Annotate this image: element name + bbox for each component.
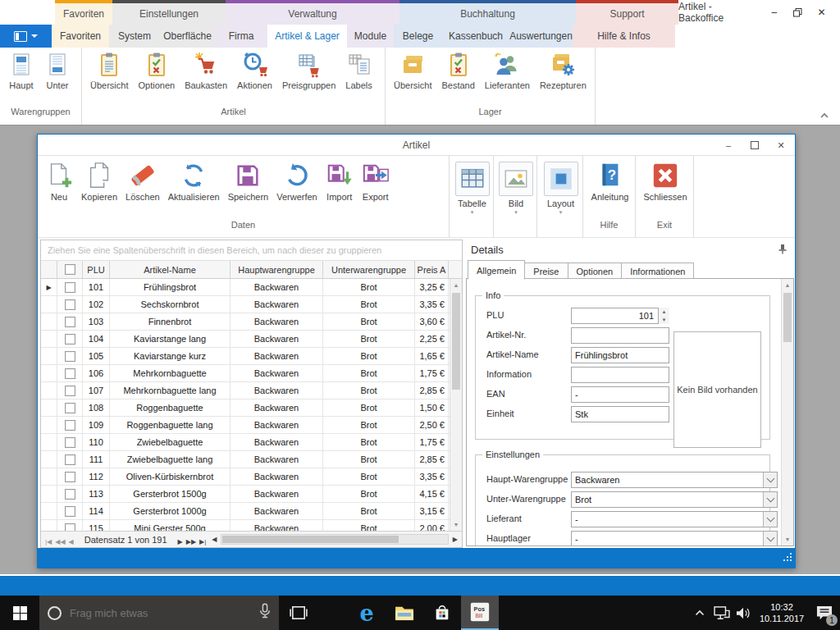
resize-grip[interactable] (783, 550, 792, 565)
table-row[interactable]: 106MehrkornbaguetteBackwarenBrot1,75 € (41, 365, 450, 382)
dropdown-hauptlager[interactable]: - (571, 531, 778, 546)
table-row[interactable]: 113Gersterbrot 1500gBackwarenBrot4,15 € (41, 486, 450, 503)
prev-record-icon[interactable]: ◀ (67, 538, 75, 546)
checkbox[interactable] (65, 454, 75, 465)
grid-column-header-unterwarengruppe[interactable]: Unterwarengruppe (323, 261, 415, 278)
network-icon[interactable] (710, 596, 733, 630)
row-checkbox-cell[interactable] (57, 348, 83, 364)
ribbon-tab-module[interactable]: Module (347, 25, 394, 48)
ribbon-tab-artikel-&-lager[interactable]: Artikel & Lager (267, 25, 347, 48)
taskbar-explorer-icon[interactable] (386, 596, 423, 630)
ribbon-button-preisgruppen[interactable]: Preisgruppen (277, 50, 340, 107)
ribbon-tab-favoriten[interactable]: Favoriten (52, 25, 109, 48)
ribbon-tab-hilfe-&-infos[interactable]: Hilfe & Infos (573, 25, 675, 48)
details-vertical-scrollbar[interactable]: ▲ ▼ (781, 279, 793, 546)
clock[interactable]: 10:32 10.11.2017 (755, 601, 809, 624)
details-tab-allgemein[interactable]: Allgemein (468, 260, 525, 280)
collapse-ribbon-button[interactable] (819, 108, 830, 118)
checkbox[interactable] (65, 317, 75, 327)
ribbon-button-bestand[interactable]: Bestand (436, 50, 479, 107)
chevron-down-icon[interactable] (763, 472, 777, 487)
chevron-down-icon[interactable] (763, 512, 777, 527)
app-menu-button[interactable] (0, 25, 52, 48)
row-checkbox-cell[interactable] (57, 331, 83, 347)
table-row[interactable]: 103FinnenbrotBackwarenBrot3,60 € (41, 313, 450, 331)
table-row[interactable]: 105Kaviarstange kurzBackwarenBrot1,65 € (41, 348, 450, 365)
scrollbar-thumb[interactable] (222, 536, 399, 543)
ribbon-tab-belege[interactable]: Belege (394, 25, 442, 48)
last-record-icon[interactable]: ▶| (198, 538, 208, 546)
row-checkbox-cell[interactable] (57, 503, 83, 519)
row-checkbox-cell[interactable] (57, 417, 83, 433)
details-tab-informationen[interactable]: Informationen (622, 262, 694, 279)
checkbox[interactable] (65, 264, 75, 275)
taskbar-store-icon[interactable] (423, 596, 461, 630)
hscroll-right-icon[interactable]: ▶ (451, 536, 459, 543)
row-checkbox-cell[interactable] (57, 468, 83, 485)
table-row[interactable]: 109Roggenbaguette langBackwarenBrot2,50 … (41, 417, 450, 434)
ribbon-tab-kassenbuch[interactable]: Kassenbuch (442, 25, 509, 48)
row-checkbox-cell[interactable] (57, 399, 83, 416)
row-checkbox-cell[interactable] (57, 365, 83, 381)
ribbon-tab-firma[interactable]: Firma (215, 25, 267, 48)
restore-button[interactable] (788, 3, 808, 21)
checkbox[interactable] (65, 489, 75, 500)
table-row[interactable]: 115Mini Gerster 500gBackwarenBrot2,00 € (41, 520, 450, 531)
spinner-down-icon[interactable]: ▼ (659, 316, 669, 324)
start-button[interactable] (0, 596, 39, 630)
field-input-artikel-nr[interactable] (571, 327, 669, 344)
search-input[interactable] (70, 607, 251, 619)
ribbon-button-optionen[interactable]: Optionen (133, 50, 180, 107)
checkbox[interactable] (65, 282, 75, 293)
checkbox[interactable] (65, 299, 75, 310)
minimize-button[interactable]: – (764, 3, 784, 21)
grid-header-checkbox[interactable] (57, 261, 83, 278)
checkbox[interactable] (65, 523, 75, 532)
table-row[interactable]: 111Zwiebelbaguette langBackwarenBrot2,85… (41, 451, 450, 468)
action-center-icon[interactable]: 1 (809, 596, 840, 630)
window-close-button[interactable]: ✕ (774, 138, 788, 153)
scroll-up-icon[interactable]: ▲ (450, 279, 462, 291)
table-row[interactable]: 110ZwiebelbaguetteBackwarenBrot1,75 € (41, 434, 450, 451)
scrollbar-thumb[interactable] (452, 293, 460, 390)
window-maximize-button[interactable] (747, 138, 762, 153)
table-row[interactable]: 104Kaviarstange langBackwarenBrot2,25 € (41, 331, 450, 348)
checkbox[interactable] (65, 472, 75, 482)
microphone-icon[interactable] (259, 603, 271, 623)
window-button-kopieren[interactable]: Kopieren (77, 160, 121, 220)
pin-icon[interactable] (778, 244, 788, 257)
first-record-icon[interactable]: |◀ (43, 538, 53, 546)
checkbox[interactable] (65, 386, 75, 396)
checkbox[interactable] (65, 351, 75, 362)
grid-column-header-hauptwarengruppe[interactable]: Hauptwarengruppe (231, 261, 323, 278)
details-tab-optionen[interactable]: Optionen (568, 262, 623, 279)
row-checkbox-cell[interactable] (57, 434, 83, 450)
table-row[interactable]: 108RoggenbaguetteBackwarenBrot1,50 € (41, 399, 450, 417)
row-checkbox-cell[interactable] (57, 296, 83, 313)
grid-column-header-plu[interactable]: PLU (83, 261, 110, 278)
artikel-window-titlebar[interactable]: Artikel – ✕ (38, 135, 795, 156)
ribbon-button-aktionen[interactable]: Aktionen (232, 50, 277, 107)
checkbox[interactable] (65, 334, 75, 345)
taskbar-edge-icon[interactable]: e (348, 596, 386, 630)
ribbon-button-unter[interactable]: Unter (39, 50, 75, 107)
ribbon-tab-system[interactable]: System (109, 25, 160, 48)
hscroll-left-icon[interactable]: ◀ (210, 536, 218, 543)
task-view-button[interactable] (279, 596, 318, 630)
scroll-up-icon[interactable]: ▲ (782, 279, 793, 291)
dropdown-lieferant[interactable]: - (571, 511, 778, 527)
row-checkbox-cell[interactable] (57, 382, 83, 399)
grid-horizontal-scrollbar[interactable] (221, 534, 448, 545)
ribbon-tab-oberfläche[interactable]: Oberfläche (160, 25, 215, 48)
window-button-neu[interactable]: Neu (41, 160, 77, 220)
row-checkbox-cell[interactable] (57, 313, 83, 330)
row-checkbox-cell[interactable] (57, 451, 83, 468)
field-input-ean[interactable]: - (571, 386, 669, 403)
window-button-löschen[interactable]: Löschen (121, 160, 164, 220)
grid-column-header-artikel-name[interactable]: Artikel-Name (110, 261, 231, 278)
ribbon-button-baukasten[interactable]: Baukasten (180, 50, 232, 107)
field-input-artikel-name[interactable]: Frühlingsbrot (571, 347, 669, 363)
table-row[interactable]: 107Mehrkornbaguette langBackwarenBrot2,8… (41, 382, 450, 399)
window-button-schliessen[interactable]: Schliessen (639, 160, 691, 220)
window-button-aktualisieren[interactable]: Aktualisieren (164, 160, 224, 220)
